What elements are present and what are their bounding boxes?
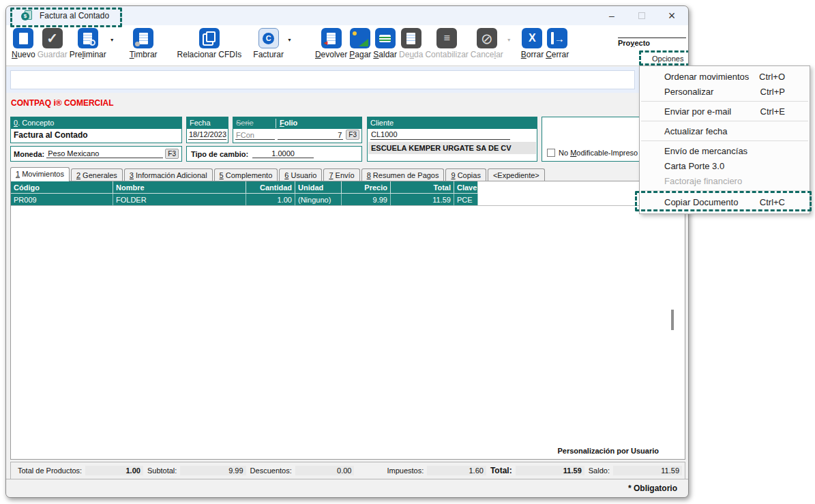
- cell-precio: 9.99: [342, 194, 391, 205]
- menu-item-shortcut: Ctrl+E: [760, 106, 803, 117]
- toolbar-button-label: Devolver: [315, 50, 347, 59]
- serie-value[interactable]: FCon: [235, 131, 275, 140]
- column-header[interactable]: Cantidad: [246, 181, 295, 194]
- minimize-icon: –: [609, 10, 614, 21]
- facturar-dropdown-icon[interactable]: ▼: [287, 38, 292, 42]
- toolbar-button-relacionar-cfdis[interactable]: Relacionar CFDIs: [177, 28, 242, 59]
- close-button[interactable]: ×: [657, 6, 687, 25]
- folio-f3-button[interactable]: F3: [346, 130, 359, 140]
- delete-x-icon: X: [522, 28, 542, 48]
- serie-header: Serie: [233, 119, 276, 128]
- toolbar-button-label: Deuda: [399, 50, 423, 59]
- preview-icon: [78, 28, 98, 48]
- brand-text: CONTPAQ i® COMERCIAL: [11, 98, 114, 108]
- tab-complemento[interactable]: 5 Complemento: [214, 168, 278, 181]
- toolbar-button-preliminar[interactable]: Preliminar: [70, 28, 106, 59]
- toolbar-button-deuda: Deuda: [399, 28, 423, 59]
- save-check-icon: ✓: [42, 28, 63, 48]
- personalizacion-label: Personalización por Usuario: [557, 447, 659, 455]
- concepto-header: 0. Concepto: [11, 117, 181, 129]
- column-header[interactable]: Unidad: [295, 181, 342, 194]
- table-row[interactable]: PR009 FOLDER 1.00 (Ninguno) 9.99 11.59 P…: [11, 194, 685, 206]
- folio-value[interactable]: 7: [278, 131, 343, 140]
- menu-item-copiar-documento[interactable]: Copiar Documento Ctrl+C: [640, 193, 810, 211]
- cell-total: 11.59: [391, 194, 454, 205]
- saldo-value: 11.59: [613, 466, 682, 475]
- impuestos-label: Impuestos:: [387, 466, 424, 475]
- column-header[interactable]: Clave: [454, 181, 478, 194]
- cliente-name: ESCUELA KEMPER URGATE SA DE CV: [368, 142, 536, 154]
- serie-folio-box: Serie Folio FCon 7 F3: [233, 117, 362, 143]
- toolbar-button-facturar[interactable]: C Facturar: [253, 28, 284, 59]
- descuentos-value: 0.00: [295, 466, 355, 475]
- toolbar-button-label: Relacionar CFDIs: [177, 50, 242, 59]
- toolbar-button-borrar[interactable]: X Borrar: [521, 28, 544, 59]
- toolbar-button-pagar[interactable]: Pagar: [349, 28, 371, 59]
- tab-expediente[interactable]: <Expediente>: [488, 168, 545, 181]
- chevron-down-icon: ▼: [687, 56, 689, 62]
- menu-item-shortcut: Ctrl+C: [760, 197, 803, 207]
- toolbar-button-devolver[interactable]: ◄ Devolver: [315, 28, 347, 59]
- preliminar-dropdown-icon[interactable]: ▼: [110, 38, 115, 42]
- tipo-cambio-value[interactable]: 1.0000: [252, 149, 314, 158]
- cliente-code[interactable]: CL1000: [370, 130, 510, 140]
- pay-icon: [350, 28, 370, 48]
- opciones-button[interactable]: Opciones ▼: [648, 53, 689, 64]
- menu-item-enviar-email[interactable]: Enviar por e-mail Ctrl+E: [640, 104, 810, 119]
- fecha-value[interactable]: 18/12/2023: [188, 130, 226, 140]
- moneda-value[interactable]: Peso Mexicano: [46, 149, 163, 158]
- cell-clave: PCE: [454, 194, 478, 205]
- toolbar-button-label: Cancelar: [471, 50, 503, 59]
- toolbar-button-cerrar[interactable]: → Cerrar: [546, 28, 569, 59]
- tab-resumen-pagos[interactable]: 8 Resumen de Pagos: [361, 168, 445, 181]
- moneda-f3-button[interactable]: F3: [165, 149, 179, 159]
- fecha-header: Fecha: [187, 117, 228, 129]
- column-header[interactable]: Código: [11, 181, 113, 194]
- debt-icon: [401, 28, 421, 48]
- tab-movimientos[interactable]: 1 Movimientos: [10, 167, 70, 181]
- opciones-label: Opciones: [652, 55, 683, 63]
- maximize-button[interactable]: [627, 6, 657, 25]
- toolbar-button-saldar[interactable]: Saldar: [373, 28, 397, 59]
- toolbar-button-nuevo[interactable]: Nuevo: [12, 28, 35, 59]
- return-icon: ◄: [321, 28, 342, 48]
- proyecto-input-line[interactable]: [618, 38, 686, 38]
- menu-item-envio-mercancias[interactable]: Envío de mercancías: [640, 143, 810, 158]
- ledger-icon: ≡: [436, 28, 457, 48]
- cliente-header: Cliente: [368, 117, 537, 129]
- menu-item-actualizar-fecha[interactable]: Actualizar fecha: [640, 123, 810, 138]
- toolbar-button-guardar: ✓ Guardar: [38, 28, 68, 59]
- proyecto-field[interactable]: Proyecto: [618, 38, 686, 47]
- splitter-handle[interactable]: [671, 310, 674, 330]
- tab-generales[interactable]: 2 Generales: [71, 168, 123, 181]
- new-document-icon: [13, 28, 33, 48]
- impuestos-value: 1.60: [427, 466, 486, 475]
- proyecto-label: Proyecto: [618, 39, 686, 47]
- tab-informacion-adicional[interactable]: 3 Información Adicional: [124, 168, 213, 181]
- concepto-value[interactable]: Factura al Contado: [11, 129, 181, 141]
- column-header[interactable]: Total: [391, 181, 454, 194]
- toolbar-button-label: Cerrar: [546, 50, 569, 59]
- toolbar-button-label: Contabilizar: [425, 50, 468, 59]
- subtotal-label: Subtotal:: [147, 466, 177, 475]
- menu-item-ordenar-movimientos[interactable]: Ordenar movimientos Ctrl+O: [640, 69, 810, 84]
- menu-item-carta-porte[interactable]: Carta Porte 3.0: [640, 158, 810, 173]
- menu-item-label: Carta Porte 3.0: [664, 161, 724, 171]
- moneda-box: Moneda: Peso Mexicano F3: [10, 146, 182, 162]
- tab-copias[interactable]: 9 Copias: [445, 168, 486, 181]
- column-header[interactable]: Nombre: [113, 181, 246, 194]
- cancel-icon: ⊘: [477, 28, 497, 48]
- app-icon: $: [21, 10, 33, 22]
- totals-bar: Total de Productos: 1.00 Subtotal: 9.99 …: [10, 462, 685, 479]
- column-header[interactable]: Precio: [342, 181, 391, 194]
- menu-item-label: Factoraje financiero: [664, 176, 742, 186]
- saldo-label: Saldo:: [589, 466, 610, 475]
- tab-usuario[interactable]: 6 Usuario: [279, 168, 322, 181]
- title-bar: $ Factura al Contado – ×: [6, 6, 688, 25]
- opciones-menu: Ordenar movimientos Ctrl+O Personalizar …: [639, 65, 810, 214]
- toolbar-button-timbrar[interactable]: Timbrar: [130, 28, 158, 59]
- no-modificable-checkbox[interactable]: [547, 149, 555, 157]
- menu-item-personalizar[interactable]: Personalizar Ctrl+P: [640, 84, 810, 99]
- tab-envio[interactable]: 7 Envío: [323, 168, 359, 181]
- minimize-button[interactable]: –: [597, 6, 627, 25]
